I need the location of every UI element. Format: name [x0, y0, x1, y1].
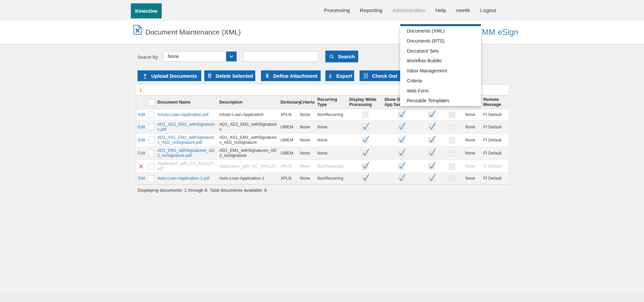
hidden-column-1-cell: [420, 147, 443, 160]
row-action-cell: Edit: [136, 134, 146, 147]
dictionary-cell: UMEM: [279, 134, 298, 147]
recurring-type-cell: NonRecurring: [316, 109, 347, 121]
edit-link[interactable]: Edit: [138, 138, 145, 142]
menu-item-criteria[interactable]: Criteria: [400, 76, 481, 86]
menu-item-workflow-builder[interactable]: Workflow Builder: [400, 56, 481, 66]
search-by-select[interactable]: None: [163, 51, 237, 62]
esign-brand: MM eSign: [482, 27, 518, 37]
edit-link[interactable]: Edit: [138, 151, 145, 156]
document-name-link[interactable]: Auto-Loan-Application-1.pdf: [157, 176, 209, 181]
display-while-processing-checkbox[interactable]: [362, 150, 368, 157]
row-select-cell: [146, 121, 156, 134]
edit-link[interactable]: Edit: [138, 125, 145, 129]
hidden-column-2-checkbox[interactable]: [449, 163, 455, 170]
document-name-cell: AD1_AS1_EM1_withSignatures_AD2_noSignatu…: [156, 134, 218, 147]
table-row: EditAAuto-Loan-Application.pdfAAuto-Loan…: [136, 109, 509, 121]
menu-item-document-sets[interactable]: Document Sets: [400, 46, 481, 56]
nav-item-help[interactable]: Help: [435, 7, 446, 13]
cancel-checkout-x-icon[interactable]: [138, 163, 144, 170]
row-action-cell: Edit: [136, 121, 146, 134]
row-select-checkbox[interactable]: [148, 150, 155, 157]
menu-item-documents-xml[interactable]: Documents (XML): [400, 26, 481, 36]
delete-selected-button[interactable]: Delete Selected: [204, 70, 255, 81]
document-name-link[interactable]: AAuto-Loan-Application.pdf: [157, 112, 208, 117]
checkout-document-icon: [363, 73, 369, 79]
hidden-column-2-checkbox[interactable]: [449, 124, 455, 130]
display-while-processing-checkbox[interactable]: [362, 124, 368, 130]
check-icon: [428, 173, 436, 182]
row-select-checkbox[interactable]: [148, 112, 155, 118]
header-dictionary: Dictionary: [279, 96, 298, 109]
menu-item-reusable-templates[interactable]: Reusable Templates: [400, 96, 481, 106]
hidden-column-1-checkbox[interactable]: [428, 163, 435, 170]
recurring-type-cell: None: [316, 147, 347, 160]
hidden-none-cell: None: [461, 173, 482, 184]
select-all-checkbox[interactable]: [148, 99, 155, 106]
hidden-column-2-checkbox[interactable]: [449, 137, 455, 143]
document-name-link[interactable]: AD1_EM1_withSignatures_AD2_noSignature.p…: [157, 148, 214, 158]
row-select-checkbox[interactable]: [148, 124, 155, 130]
display-while-processing-checkbox[interactable]: [362, 175, 368, 182]
nav-item-reporting[interactable]: Reporting: [360, 7, 382, 13]
title-band: Document Maintenance (XML) MM eSign: [0, 21, 644, 44]
row-select-checkbox[interactable]: [148, 175, 155, 182]
show-other-checkbox[interactable]: [398, 137, 405, 143]
upload-documents-label: Upload Documents: [151, 73, 197, 79]
search-button-label: Search: [338, 54, 355, 59]
row-select-checkbox[interactable]: [148, 137, 155, 143]
hidden-column-2-checkbox[interactable]: [449, 112, 455, 118]
show-other-cell: [383, 160, 420, 173]
nav-item-administration[interactable]: Administration: [392, 7, 425, 13]
edit-link[interactable]: Edit: [138, 112, 145, 117]
select-dropdown-button[interactable]: [226, 52, 236, 61]
hidden-column-1-checkbox[interactable]: [428, 124, 435, 130]
show-other-checkbox[interactable]: [398, 150, 405, 157]
menu-item-inbox-management[interactable]: Inbox Management: [400, 66, 481, 76]
search-icon: [329, 54, 335, 60]
row-select-checkbox[interactable]: [148, 163, 155, 170]
check-icon: [362, 122, 370, 130]
hidden-column-1-checkbox[interactable]: [428, 175, 435, 182]
hidden-column-2-checkbox[interactable]: [449, 150, 455, 157]
check-icon: [362, 173, 370, 182]
nav-item-user[interactable]: neetik: [456, 7, 470, 13]
show-other-checkbox[interactable]: [398, 112, 405, 118]
nav-item-logout[interactable]: Logout: [480, 7, 496, 13]
check-icon: [428, 161, 436, 170]
document-name-link[interactable]: AD1_AD2_EM1_withSignatures.pdf: [157, 122, 215, 132]
check-icon: [428, 109, 436, 118]
export-button[interactable]: Export: [325, 70, 354, 81]
check-out-button[interactable]: Check Out: [360, 70, 400, 81]
check-icon: [398, 148, 406, 157]
remote-message-cell: FI Default: [482, 173, 509, 184]
description-cell: Application_with_CC_AXX127: [218, 160, 279, 173]
search-button[interactable]: Search: [325, 51, 358, 62]
dictionary-cell: XPLN: [279, 109, 298, 121]
hidden-column-1-checkbox[interactable]: [428, 137, 435, 143]
define-attachment-button[interactable]: Define Attachment: [261, 70, 321, 81]
hidden-column-1-checkbox[interactable]: [428, 150, 435, 157]
show-other-cell: [383, 147, 420, 160]
display-while-processing-checkbox[interactable]: [362, 112, 368, 118]
search-input[interactable]: [243, 51, 318, 62]
edit-link[interactable]: Edit: [138, 176, 145, 181]
menu-item-web-form[interactable]: Web Form: [400, 86, 481, 96]
show-other-checkbox[interactable]: [398, 163, 405, 170]
display-while-processing-checkbox[interactable]: [362, 137, 368, 143]
hidden-column-2-checkbox[interactable]: [449, 175, 455, 182]
upload-documents-button[interactable]: Upload Documents: [138, 70, 201, 81]
show-other-checkbox[interactable]: [398, 124, 405, 130]
menu-item-documents-rts[interactable]: Documents (RTS): [400, 36, 481, 46]
pagination-page-1[interactable]: 1: [140, 87, 142, 93]
row-select-cell: [146, 109, 156, 121]
hidden-column-1-checkbox[interactable]: [428, 112, 435, 118]
show-other-checkbox[interactable]: [398, 175, 405, 182]
document-name-link[interactable]: AD1_AS1_EM1_withSignatures_AD2_noSignatu…: [157, 135, 214, 145]
nav-item-processing[interactable]: Processing: [324, 7, 350, 13]
kinective-logo[interactable]: Kinective: [131, 3, 162, 18]
define-attachment-label: Define Attachment: [273, 73, 318, 79]
document-name-link[interactable]: Application_with_CC_AXX127.pdf: [157, 161, 215, 171]
display-while-processing-checkbox[interactable]: [362, 163, 368, 170]
hidden-column-1-cell: [420, 109, 443, 121]
document-tools-icon: [133, 25, 142, 35]
